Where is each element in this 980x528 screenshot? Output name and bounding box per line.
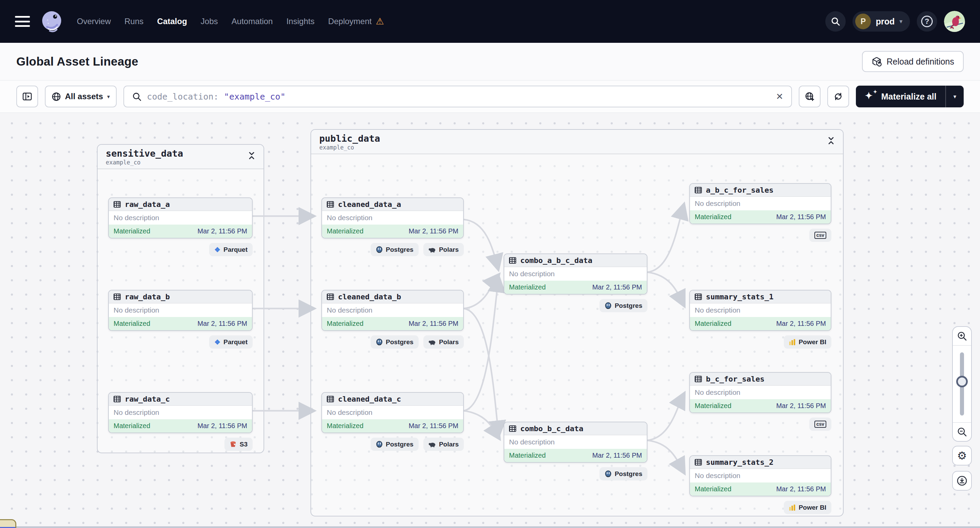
tag-label: Polars <box>439 338 459 346</box>
asset-card[interactable]: raw_data_a No description MaterializedMa… <box>108 197 253 238</box>
asset-scope-dropdown[interactable]: All assets ▾ <box>45 86 117 107</box>
menu-icon[interactable] <box>15 16 30 27</box>
table-icon <box>695 187 702 193</box>
materialized-time: Mar 2, 11:56 PM <box>776 213 826 221</box>
global-search-button[interactable] <box>825 11 846 32</box>
asset-node-combo-b-c-data[interactable]: combo_b_c_data No description Materializ… <box>504 422 648 480</box>
asset-node-a-b-c-for-sales[interactable]: a_b_c_for_sales No description Materiali… <box>689 183 831 242</box>
materialize-all-label: Materialize all <box>881 92 937 101</box>
materialized-status: Materialized <box>114 422 150 430</box>
collapse-group-icon[interactable] <box>827 136 835 145</box>
tag-parquet[interactable]: ❖Parquet <box>209 335 253 349</box>
asset-card[interactable]: combo_b_c_data No description Materializ… <box>504 422 648 463</box>
dagster-logo[interactable] <box>40 10 63 33</box>
materialized-status: Materialized <box>327 422 363 430</box>
asset-node-summary-stats-2[interactable]: summary_stats_2 No description Materiali… <box>689 455 831 514</box>
group-header-public-data[interactable]: public_data example_co <box>311 130 843 154</box>
materialize-all-button[interactable]: ✦ ✦ Materialize all <box>856 86 945 107</box>
asset-card[interactable]: cleaned_data_a No description Materializ… <box>321 197 464 238</box>
polars-bear-icon <box>428 441 436 447</box>
collapse-group-icon[interactable] <box>248 152 255 160</box>
refresh-graph-button[interactable] <box>827 86 849 107</box>
parquet-icon: ❖ <box>214 246 220 254</box>
materialized-time: Mar 2, 11:56 PM <box>776 485 826 493</box>
materialized-time: Mar 2, 11:56 PM <box>592 452 642 459</box>
polars-bear-icon <box>428 339 436 345</box>
tag-csv[interactable]: csv <box>809 418 831 431</box>
asset-description: No description <box>690 303 831 317</box>
minimap[interactable] <box>0 519 16 528</box>
tag-postgres[interactable]: Postgres <box>371 243 418 256</box>
materialized-time: Mar 2, 11:56 PM <box>197 227 247 235</box>
asset-node-raw-data-b[interactable]: raw_data_b No description MaterializedMa… <box>108 290 253 349</box>
asset-card[interactable]: raw_data_b No description MaterializedMa… <box>108 290 253 331</box>
download-graph-button[interactable] <box>952 471 972 491</box>
postgres-icon <box>605 470 612 477</box>
asset-card[interactable]: raw_data_c No description MaterializedMa… <box>108 392 253 433</box>
zoom-slider-thumb[interactable] <box>956 376 968 387</box>
asset-card[interactable]: cleaned_data_b No description Materializ… <box>321 290 464 331</box>
tag-postgres[interactable]: Postgres <box>600 299 648 312</box>
tag-polars[interactable]: Polars <box>423 438 464 451</box>
asset-node-raw-data-a[interactable]: raw_data_a No description MaterializedMa… <box>108 197 253 256</box>
materialize-all-split-button: ✦ ✦ Materialize all ▾ <box>856 86 964 107</box>
table-icon <box>327 293 334 300</box>
asset-name: summary_stats_1 <box>706 293 773 301</box>
tag-label: Postgres <box>386 246 414 254</box>
materialized-status: Materialized <box>114 227 150 235</box>
asset-card[interactable]: b_c_for_sales No description Materialize… <box>689 372 831 413</box>
tag-parquet[interactable]: ❖Parquet <box>209 243 253 256</box>
asset-card[interactable]: summary_stats_1 No description Materiali… <box>689 290 831 331</box>
asset-search-input[interactable]: code_location: "example_co" ✕ <box>123 86 792 107</box>
asset-description: No description <box>109 211 252 225</box>
nav-item-deployment[interactable]: Deployment ⚠ <box>328 17 384 26</box>
asset-node-cleaned-data-b[interactable]: cleaned_data_b No description Materializ… <box>321 290 464 349</box>
asset-card[interactable]: summary_stats_2 No description Materiali… <box>689 455 831 496</box>
tag-power-bi[interactable]: Power BI <box>784 501 831 514</box>
tag-s3[interactable]: S3 <box>224 438 253 451</box>
nav-item-overview[interactable]: Overview <box>77 17 111 26</box>
zoom-in-button[interactable] <box>953 327 971 345</box>
page-header: Global Asset Lineage Reload definitions <box>0 43 980 81</box>
nav-item-insights[interactable]: Insights <box>286 17 315 26</box>
asset-node-cleaned-data-a[interactable]: cleaned_data_a No description Materializ… <box>321 197 464 256</box>
help-button[interactable]: ? <box>917 11 937 32</box>
tag-postgres[interactable]: Postgres <box>371 438 418 451</box>
zoom-out-button[interactable] <box>953 423 971 441</box>
tag-postgres[interactable]: Postgres <box>600 467 648 480</box>
asset-name: a_b_c_for_sales <box>706 186 773 194</box>
asset-card[interactable]: a_b_c_for_sales No description Materiali… <box>689 183 831 224</box>
reload-definitions-button[interactable]: Reload definitions <box>862 51 964 72</box>
user-avatar[interactable] <box>944 11 965 32</box>
deployment-switcher[interactable]: P prod ▾ <box>853 11 910 32</box>
tag-label: Postgres <box>386 338 414 346</box>
graph-settings-button[interactable]: ⚙ <box>952 446 972 466</box>
external-assets-button[interactable] <box>799 86 821 107</box>
asset-card[interactable]: cleaned_data_c No description Materializ… <box>321 392 464 433</box>
nav-item-runs[interactable]: Runs <box>124 17 143 26</box>
nav-item-jobs[interactable]: Jobs <box>200 17 218 26</box>
canvas-bottom-edge <box>0 526 980 528</box>
zoom-slider[interactable] <box>953 345 971 423</box>
nav-item-catalog[interactable]: Catalog <box>157 17 187 26</box>
tag-polars[interactable]: Polars <box>423 243 464 256</box>
tag-power-bi[interactable]: Power BI <box>784 335 831 349</box>
group-header-sensitive-data[interactable]: sensitive_data example_co <box>98 145 264 169</box>
tag-postgres[interactable]: Postgres <box>371 335 418 349</box>
asset-node-b-c-for-sales[interactable]: b_c_for_sales No description Materialize… <box>689 372 831 431</box>
clear-search-icon[interactable]: ✕ <box>776 91 783 102</box>
asset-node-summary-stats-1[interactable]: summary_stats_1 No description Materiali… <box>689 290 831 349</box>
asset-card[interactable]: combo_a_b_c_data No description Material… <box>504 254 648 295</box>
asset-node-combo-a-b-c-data[interactable]: combo_a_b_c_data No description Material… <box>504 254 648 312</box>
tag-csv[interactable]: csv <box>809 229 831 242</box>
open-sidebar-button[interactable] <box>16 86 38 107</box>
asset-node-cleaned-data-c[interactable]: cleaned_data_c No description Materializ… <box>321 392 464 451</box>
tag-polars[interactable]: Polars <box>423 335 464 349</box>
materialize-options-button[interactable]: ▾ <box>946 86 964 107</box>
nav-item-automation[interactable]: Automation <box>232 17 273 26</box>
materialized-status: Materialized <box>695 402 732 410</box>
asset-node-raw-data-c[interactable]: raw_data_c No description MaterializedMa… <box>108 392 253 451</box>
materialized-status: Materialized <box>327 320 363 328</box>
top-nav-bar: Overview Runs Catalog Jobs Automation In… <box>0 0 980 43</box>
materialized-status: Materialized <box>327 227 363 235</box>
